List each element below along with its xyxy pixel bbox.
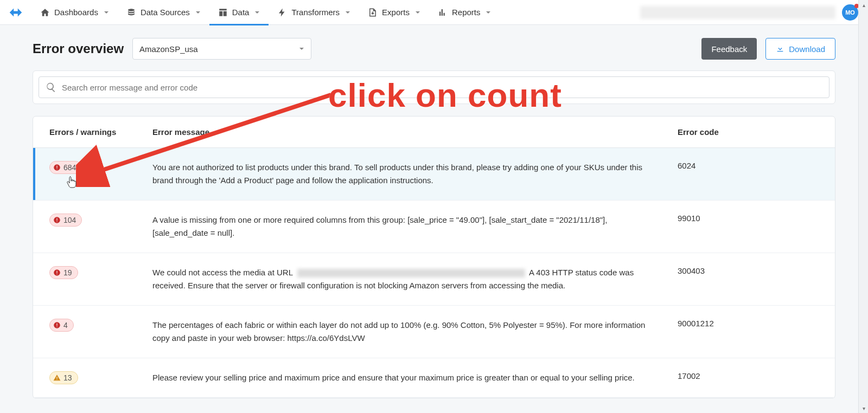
chart-icon (438, 8, 448, 17)
nav-exports[interactable]: Exports (359, 0, 429, 25)
error-count-badge[interactable]: 684 (49, 161, 82, 174)
error-message: We could not access the media at URL A 4… (152, 266, 678, 292)
download-button[interactable]: Download (765, 38, 835, 60)
chevron-down-icon (486, 10, 491, 15)
error-code: 300403 (678, 266, 819, 275)
nav-label: Exports (382, 8, 410, 17)
warning-count-badge[interactable]: 13 (49, 371, 78, 384)
search-icon (46, 82, 56, 93)
chevron-down-icon (415, 10, 420, 15)
count-value: 684 (63, 163, 76, 172)
nav-label: Dashboards (54, 8, 98, 17)
search-input[interactable] (62, 83, 822, 92)
chevron-down-icon (299, 46, 304, 51)
button-label: Download (789, 44, 825, 54)
database-icon (126, 8, 136, 17)
error-icon (53, 216, 61, 224)
svg-rect-5 (56, 221, 57, 222)
datasource-select[interactable]: AmazonSP_usa (132, 38, 311, 60)
error-code: 6024 (678, 161, 819, 170)
nav-transformers[interactable]: Transformers (269, 0, 359, 25)
table-row[interactable]: 13 Please review your selling price and … (33, 358, 835, 398)
table-row[interactable]: 4 The percentages of each fabric or with… (33, 306, 835, 358)
error-count-badge[interactable]: 4 (49, 319, 74, 332)
table-header: Errors / warnings Error message Error co… (33, 117, 835, 148)
count-value: 104 (63, 216, 76, 224)
count-value: 19 (63, 268, 72, 277)
export-icon (368, 8, 378, 17)
nav-data-sources[interactable]: Data Sources (118, 0, 209, 25)
table-row[interactable]: 104 A value is missing from one or more … (33, 201, 835, 253)
home-icon (40, 8, 50, 17)
error-message: You are not authorized to list products … (152, 161, 678, 187)
error-message: The percentages of each fabric or within… (152, 319, 678, 345)
page-title: Error overview (33, 41, 124, 56)
table-row[interactable]: 684 You are not authorized to list produ… (33, 148, 835, 201)
errors-table: Errors / warnings Error message Error co… (33, 116, 835, 398)
svg-rect-1 (56, 166, 57, 169)
bolt-icon (277, 8, 287, 17)
error-icon (53, 269, 61, 276)
select-value: AmazonSP_usa (139, 44, 198, 54)
count-value: 13 (63, 373, 72, 382)
svg-rect-10 (56, 324, 57, 326)
error-icon (53, 321, 61, 329)
col-message: Error message (152, 127, 678, 137)
scroll-up-button[interactable]: ▴ (859, 0, 868, 10)
download-icon (776, 44, 784, 53)
search-box[interactable] (39, 76, 829, 98)
avatar[interactable]: MO (842, 4, 858, 21)
table-row[interactable]: 19 We could not access the media at URL … (33, 253, 835, 306)
col-count: Errors / warnings (49, 127, 152, 137)
search-panel (33, 70, 835, 104)
nav-label: Transformers (291, 8, 340, 17)
table-icon (218, 8, 228, 17)
col-code: Error code (678, 127, 819, 137)
logo[interactable] (4, 0, 27, 25)
chevron-down-icon (254, 10, 260, 15)
warning-icon (53, 374, 61, 382)
error-count-badge[interactable]: 19 (49, 266, 78, 279)
svg-rect-4 (56, 218, 57, 221)
button-label: Feedback (711, 44, 747, 54)
chevron-down-icon (345, 10, 350, 15)
svg-rect-7 (56, 271, 57, 274)
avatar-initials: MO (845, 9, 855, 16)
chevron-down-icon (104, 10, 109, 15)
blurred-region (640, 6, 835, 19)
nav-dashboards[interactable]: Dashboards (31, 0, 118, 25)
blurred-url (297, 269, 525, 278)
svg-rect-11 (56, 326, 57, 327)
error-icon (53, 164, 61, 171)
svg-rect-2 (56, 169, 57, 169)
chevron-down-icon (195, 10, 201, 15)
count-value: 4 (63, 321, 68, 330)
page-header: Error overview AmazonSP_usa Feedback Dow… (33, 38, 835, 60)
error-code: 17002 (678, 371, 819, 380)
error-code: 90001212 (678, 319, 819, 328)
page-body: Error overview AmazonSP_usa Feedback Dow… (0, 25, 868, 398)
scroll-down-button[interactable]: ▾ (859, 403, 868, 413)
message-pre: We could not access the media at URL (152, 268, 292, 277)
error-message: Please review your selling price and max… (152, 371, 678, 384)
nav-data[interactable]: Data (209, 0, 269, 25)
scrollbar[interactable]: ▴ ▾ (858, 0, 868, 413)
nav-reports[interactable]: Reports (429, 0, 500, 25)
nav-label: Reports (452, 8, 481, 17)
error-message: A value is missing from one or more requ… (152, 214, 678, 240)
nav-label: Data (232, 8, 250, 17)
error-code: 99010 (678, 214, 819, 223)
error-count-badge[interactable]: 104 (49, 214, 82, 227)
feedback-button[interactable]: Feedback (701, 38, 757, 60)
top-nav: Dashboards Data Sources Data Transformer… (0, 0, 868, 25)
svg-rect-8 (56, 274, 57, 274)
nav-label: Data Sources (141, 8, 190, 17)
